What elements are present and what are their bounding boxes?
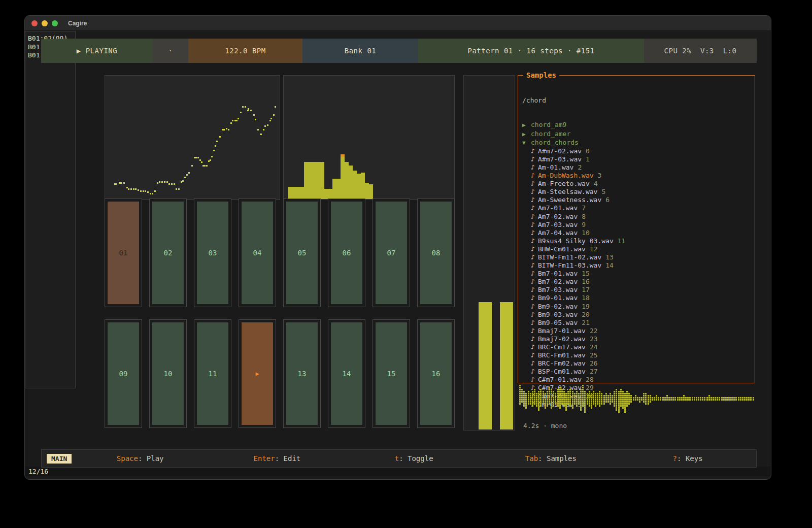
histogram-bar (288, 187, 292, 199)
scatter-point (245, 106, 246, 108)
file-name: Am-01.wav (538, 163, 573, 171)
sample-file[interactable]: ♪BITW-Fm11-03.wav14 (522, 261, 751, 270)
sample-file[interactable]: ♪B9sus4 Silky 03.wav11 (522, 237, 751, 245)
music-note-icon: ♪ (531, 155, 538, 163)
histogram-bar (304, 162, 308, 199)
scatter-point (250, 110, 252, 111)
histogram-bar (328, 189, 332, 199)
scatter-point (248, 108, 249, 110)
shortcut-label: : Samples (538, 454, 577, 463)
pad-grid: 0102030405060708091011▶13141516 (105, 199, 455, 428)
music-note-icon: ♪ (531, 261, 538, 270)
pad-label: 06 (331, 202, 362, 304)
sample-file[interactable]: ♪Bm9-05.wav21 (522, 319, 751, 327)
sample-file[interactable]: ♪Bm9-03.wav20 (522, 311, 751, 319)
scatter-point (223, 129, 225, 130)
zoom-button[interactable] (52, 20, 58, 26)
sample-folder-chord_amer[interactable]: ▶chord_amer (522, 130, 751, 139)
sample-file[interactable]: ♪Bmaj7-02.wav23 (522, 335, 751, 343)
pad-13[interactable]: 13 (283, 319, 321, 428)
music-note-icon: ♪ (531, 303, 538, 311)
scatter-point (164, 181, 165, 183)
histogram-bar (300, 187, 304, 199)
sample-path: /chord (522, 96, 751, 105)
scatter-chart (109, 80, 276, 195)
pad-11[interactable]: 11 (194, 319, 231, 428)
scatter-point (145, 190, 146, 192)
histogram-bar (308, 162, 312, 199)
file-index: 25 (590, 351, 598, 359)
sample-file[interactable]: ♪A#m7-03.wav1 (522, 155, 751, 163)
histogram-bar (312, 162, 316, 199)
sample-file[interactable]: ♪Am7-02.wav8 (522, 213, 751, 221)
histogram-bar (349, 166, 353, 199)
pad-09[interactable]: 09 (105, 319, 142, 428)
sample-folder-chord_chords[interactable]: ▼chord_chords (522, 139, 751, 147)
minimize-button[interactable] (42, 20, 48, 26)
pad-16[interactable]: 16 (417, 319, 455, 428)
music-note-icon: ♪ (531, 359, 538, 368)
sample-file[interactable]: ♪Am-Freeto.wav4 (522, 180, 751, 188)
music-note-icon: ♪ (531, 196, 538, 204)
scatter-point (257, 129, 259, 130)
sample-file[interactable]: ♪A#m7-02.wav0 (522, 147, 751, 155)
pad-15[interactable]: 15 (373, 319, 410, 428)
sample-file[interactable]: ♪BRC-Cm17.wav24 (522, 343, 751, 351)
sample-file[interactable]: ♪BHW-Cm01.wav12 (522, 245, 751, 253)
sample-file[interactable]: ♪BITW-Fm11-02.wav13 (522, 253, 751, 261)
file-name: B9sus4 Silky 03.wav (538, 237, 614, 245)
scatter-point (157, 182, 158, 184)
close-button[interactable] (31, 20, 38, 26)
scatter-point (188, 172, 190, 174)
sample-file[interactable]: ♪Bm7-02.wav16 (522, 278, 751, 286)
scatter-point (215, 145, 216, 147)
sample-file[interactable]: ♪Am-Sweetness.wav6 (522, 196, 751, 204)
pad-05[interactable]: 05 (283, 199, 321, 307)
sample-file[interactable]: ♪Am-DubWash.wav3 (522, 172, 751, 180)
music-note-icon: ♪ (531, 278, 538, 286)
pad-08[interactable]: 08 (417, 199, 455, 307)
sample-file[interactable]: ♪Am-Steelsaw.wav5 (522, 188, 751, 196)
music-note-icon: ♪ (531, 351, 538, 359)
sample-file[interactable]: ♪Am7-01.wav7 (522, 204, 751, 212)
shortcut-label: : Toggle (399, 454, 433, 463)
track-list-panel: B01:02(99)B01:01(99)B01:03(98) 12/16 (25, 31, 76, 388)
sample-file[interactable]: ♪Bm7-01.wav15 (522, 270, 751, 278)
scatter-point (171, 183, 173, 185)
app-window: Cagire ▶ PLAYING·122.0 BPMBank 01Pattern… (24, 15, 771, 480)
sample-file[interactable]: ♪Am7-03.wav9 (522, 221, 751, 229)
histogram-bar (332, 179, 336, 199)
sample-file[interactable]: ♪BSP-Cm01.wav27 (522, 368, 751, 376)
file-name: Am-Sweetness.wav (538, 196, 601, 204)
pad-04[interactable]: 04 (239, 199, 276, 307)
sample-file[interactable]: ♪Bm9-02.wav19 (522, 303, 751, 311)
window-title: Cagire (68, 20, 87, 27)
sample-file[interactable]: ♪Am-01.wav2 (522, 163, 751, 172)
shortcut-play: Space: Play (72, 454, 209, 463)
file-index: 18 (582, 294, 590, 302)
scatter-point (182, 180, 184, 182)
sample-file[interactable]: ♪BRC-Fm01.wav25 (522, 351, 751, 359)
sample-file[interactable]: ♪Bmaj7-01.wav22 (522, 327, 751, 335)
pad-12[interactable]: ▶ (239, 319, 276, 428)
sample-folder-chord_am9[interactable]: ▶chord_am9 (522, 121, 751, 129)
pad-03[interactable]: 03 (194, 199, 231, 307)
shortcut-toggle: t: Toggle (346, 454, 483, 463)
pad-10[interactable]: 10 (149, 319, 187, 428)
pad-07[interactable]: 07 (373, 199, 410, 307)
sample-file[interactable]: ♪Bm7-03.wav17 (522, 286, 751, 294)
file-name: Bmaj7-01.wav (538, 327, 586, 335)
sample-file[interactable]: ♪Bm9-01.wav18 (522, 294, 751, 302)
file-name: A#m7-03.wav (538, 155, 582, 163)
file-index: 13 (605, 253, 614, 261)
pad-01[interactable]: 01 (105, 199, 142, 307)
pad-14[interactable]: 14 (328, 319, 365, 428)
pad-02[interactable]: 02 (149, 199, 187, 307)
pad-06[interactable]: 06 (328, 199, 365, 307)
sample-file[interactable]: ♪BRC-Fm02.wav26 (522, 359, 751, 368)
sample-file[interactable]: ♪Am7-04.wav10 (522, 229, 751, 237)
waveform-column (753, 379, 755, 420)
file-index: 15 (582, 270, 590, 277)
file-name: BRC-Fm01.wav (538, 351, 586, 359)
file-name: Am-Freeto.wav (538, 180, 590, 187)
